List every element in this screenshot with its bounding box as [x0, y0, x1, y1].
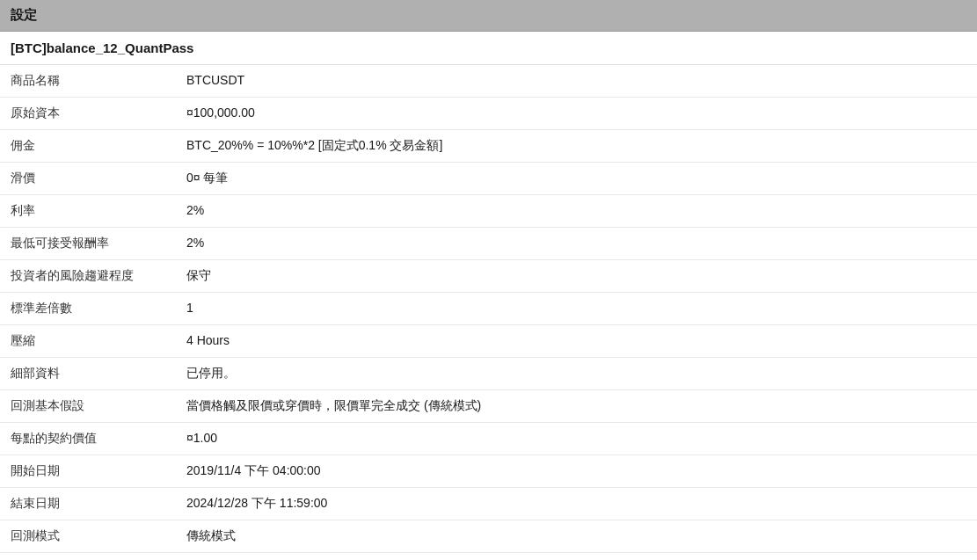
table-row: 細部資料已停用。: [0, 358, 977, 390]
row-value: 2%: [176, 195, 977, 228]
title-bar: 設定: [0, 0, 977, 32]
row-value: 2%: [176, 228, 977, 260]
row-key: 每點的契約價值: [0, 423, 176, 455]
table-row: 原始資本¤100,000.00: [0, 98, 977, 130]
row-key: 標準差倍數: [0, 293, 176, 325]
table-row: 最低可接受報酬率2%: [0, 228, 977, 260]
table-row: 投資者的風險趨避程度保守: [0, 260, 977, 293]
row-key: 商品名稱: [0, 65, 176, 98]
row-key: 佣金: [0, 130, 176, 163]
settings-table: 商品名稱BTCUSDT原始資本¤100,000.00佣金BTC_20%% = 1…: [0, 65, 977, 560]
row-value: 0¤ 每筆: [176, 163, 977, 195]
row-value: BTCUSDT: [176, 553, 977, 561]
row-key: 投資者的風險趨避程度: [0, 260, 176, 293]
row-value: 4 Hours: [176, 325, 977, 358]
row-value: BTCUSDT: [176, 65, 977, 98]
row-key: 最低可接受報酬率: [0, 228, 176, 260]
row-key: 利率: [0, 195, 176, 228]
row-key: 回測模式: [0, 520, 176, 553]
page-container: 設定 [BTC]balance_12_QuantPass 商品名稱BTCUSDT…: [0, 0, 977, 560]
table-row: 回測基本假設當價格觸及限價或穿價時，限價單完全成交 (傳統模式): [0, 390, 977, 423]
row-value: ¤100,000.00: [176, 98, 977, 130]
row-value: 2024/12/28 下午 11:59:00: [176, 488, 977, 520]
table-row: 商品名稱BTCUSDT: [0, 65, 977, 98]
table-row: 標準差倍數1: [0, 293, 977, 325]
table-row: 佣金BTC_20%% = 10%%*2 [固定式0.1% 交易金額]: [0, 130, 977, 163]
row-value: 已停用。: [176, 358, 977, 390]
row-key: 壓縮: [0, 325, 176, 358]
row-key: 細部資料: [0, 358, 176, 390]
table-row: 利率2%: [0, 195, 977, 228]
row-key: 原始資本: [0, 98, 176, 130]
row-value: ¤1.00: [176, 423, 977, 455]
table-row: 每點的契約價值¤1.00: [0, 423, 977, 455]
table-row: 結束日期2024/12/28 下午 11:59:00: [0, 488, 977, 520]
table-row: 滑價0¤ 每筆: [0, 163, 977, 195]
row-key: 滑價: [0, 163, 176, 195]
section-title: [BTC]balance_12_QuantPass: [0, 32, 977, 65]
table-row: 開始日期2019/11/4 下午 04:00:00: [0, 455, 977, 488]
table-row: 賣價資料序列BTCUSDT: [0, 553, 977, 561]
row-key: 賣價資料序列: [0, 553, 176, 561]
row-value: 傳統模式: [176, 520, 977, 553]
section-title-label: [BTC]balance_12_QuantPass: [11, 40, 193, 55]
row-key: 結束日期: [0, 488, 176, 520]
row-value: 2019/11/4 下午 04:00:00: [176, 455, 977, 488]
row-value: 1: [176, 293, 977, 325]
row-key: 開始日期: [0, 455, 176, 488]
table-row: 壓縮4 Hours: [0, 325, 977, 358]
title-bar-label: 設定: [11, 7, 37, 22]
row-value: BTC_20%% = 10%%*2 [固定式0.1% 交易金額]: [176, 130, 977, 163]
row-value: 保守: [176, 260, 977, 293]
row-value: 當價格觸及限價或穿價時，限價單完全成交 (傳統模式): [176, 390, 977, 423]
row-key: 回測基本假設: [0, 390, 176, 423]
table-row: 回測模式傳統模式: [0, 520, 977, 553]
